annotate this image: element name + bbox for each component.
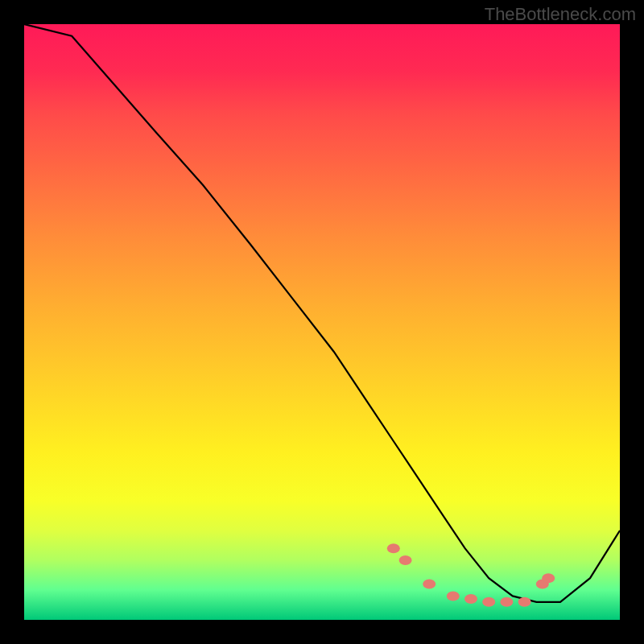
watermark-text: TheBottleneck.com	[485, 4, 636, 25]
marker-dot	[500, 597, 513, 607]
marker-dot	[482, 597, 495, 607]
marker-dot	[399, 555, 412, 565]
marker-dot	[542, 573, 555, 583]
marker-dot	[423, 580, 436, 589]
chart-svg	[24, 24, 620, 620]
marker-dot	[518, 597, 531, 607]
marker-group	[387, 543, 555, 607]
plot-area	[24, 24, 620, 620]
marker-dot	[387, 543, 400, 553]
curve-line	[24, 24, 620, 602]
marker-dot	[447, 591, 460, 601]
marker-dot	[464, 594, 477, 604]
